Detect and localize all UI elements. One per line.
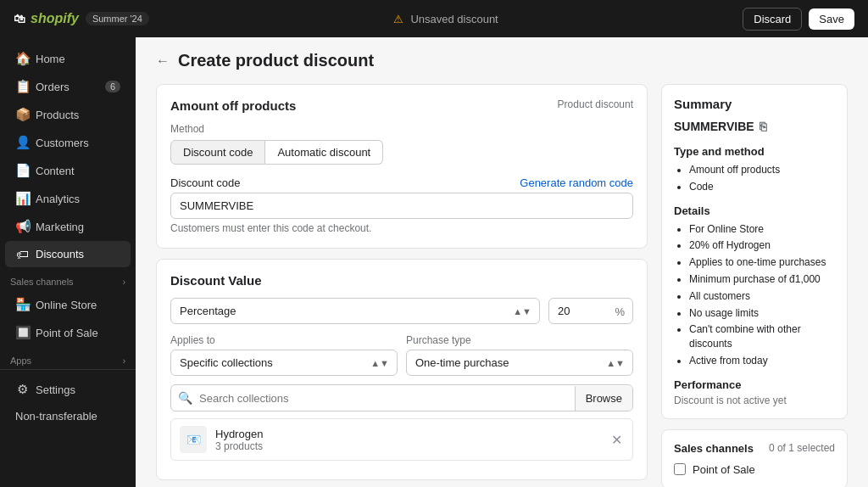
pos-icon: 🔲 xyxy=(15,325,29,340)
summary-card: Summary SUMMERVIBE ⎘ Type and method Amo… xyxy=(661,84,848,419)
sidebar-item-products[interactable]: 📦 Products xyxy=(5,101,131,128)
sales-channels-title: Sales channels xyxy=(674,442,754,455)
topbar: 🛍 shopify Summer '24 ⚠ Unsaved discount … xyxy=(0,0,868,37)
warning-icon: ⚠ xyxy=(393,13,403,25)
amount-off-title: Amount off products Product discount xyxy=(170,98,633,113)
discount-code-input[interactable] xyxy=(170,193,633,219)
sidebar-item-label: Discounts xyxy=(36,248,84,260)
amount-off-card: Amount off products Product discount Met… xyxy=(156,84,648,249)
method-tabs: Discount code Automatic discount xyxy=(170,140,633,165)
orders-badge: 6 xyxy=(105,81,120,92)
marketing-icon: 📢 xyxy=(15,219,29,234)
pos-channel-checkbox[interactable] xyxy=(674,463,686,475)
purchase-type-select[interactable]: One-time purchase Subscription xyxy=(406,350,633,376)
automatic-discount-tab[interactable]: Automatic discount xyxy=(265,140,383,165)
generate-random-code-link[interactable]: Generate random code xyxy=(520,176,633,189)
purchase-type-col: Purchase type One-time purchase Subscrip… xyxy=(406,334,633,376)
summary-title: Summary xyxy=(674,97,835,111)
topbar-right: Discard Save xyxy=(743,8,854,31)
summary-panel: Summary SUMMERVIBE ⎘ Type and method Amo… xyxy=(661,84,848,487)
home-icon: 🏠 xyxy=(15,51,29,66)
applies-to-col: Applies to Specific collections Specific… xyxy=(170,334,398,376)
detail-item: No usage limits xyxy=(689,306,835,321)
sales-channels-section-label: Sales channels › xyxy=(0,268,136,290)
discount-value-row: Percentage Fixed amount ▲▼ % xyxy=(170,298,633,324)
back-button[interactable]: ← xyxy=(156,53,170,69)
copy-icon[interactable]: ⎘ xyxy=(760,120,766,133)
page-header: ← Create product discount xyxy=(156,51,848,70)
discount-code-tab[interactable]: Discount code xyxy=(170,140,265,165)
products-icon: 📦 xyxy=(15,107,29,122)
collection-name: Hydrogen xyxy=(215,428,601,440)
shopify-bag-icon: 🛍 xyxy=(14,12,25,25)
remove-collection-button[interactable]: ✕ xyxy=(609,430,624,450)
sidebar-item-label: Home xyxy=(36,53,65,65)
applies-to-label: Applies to xyxy=(170,334,398,346)
main-content: ← Create product discount Amount off pro… xyxy=(136,37,868,487)
shopify-wordmark: shopify xyxy=(31,11,79,26)
collection-search-input[interactable] xyxy=(199,386,575,411)
sidebar-item-customers[interactable]: 👤 Customers xyxy=(5,129,131,156)
sidebar-item-point-of-sale[interactable]: 🔲 Point of Sale xyxy=(5,319,131,346)
page-title: Create product discount xyxy=(178,51,374,70)
discount-code-field-label: Discount code Generate random code xyxy=(170,176,633,189)
type-method-list: Amount off products Code xyxy=(674,163,835,194)
discount-type-select[interactable]: Percentage Fixed amount xyxy=(170,298,540,324)
type-method-item: Amount off products xyxy=(689,163,835,177)
product-discount-label: Product discount xyxy=(558,98,633,110)
apps-chevron-icon: › xyxy=(123,356,125,366)
sales-channels-header: Sales channels 0 of 1 selected xyxy=(674,442,835,455)
analytics-icon: 📊 xyxy=(15,191,29,206)
percent-suffix: % xyxy=(615,305,625,317)
discounts-icon: 🏷 xyxy=(15,247,29,261)
sidebar-item-label: Orders xyxy=(36,81,70,93)
sidebar-item-label: Content xyxy=(36,165,75,177)
method-label: Method xyxy=(170,123,633,135)
save-button[interactable]: Save xyxy=(809,8,854,30)
collection-search-bar: 🔍 Browse xyxy=(170,384,633,411)
sidebar-item-discounts[interactable]: 🏷 Discounts xyxy=(5,241,131,267)
detail-item: Active from today xyxy=(689,354,835,368)
discount-code-hint: Customers must enter this code at checko… xyxy=(170,222,633,234)
sidebar: 🏠 Home 📋 Orders 6 📦 Products 👤 Customers… xyxy=(0,37,136,487)
detail-item: Minimum purchase of đ1,000 xyxy=(689,272,835,287)
sidebar-item-analytics[interactable]: 📊 Analytics xyxy=(5,185,131,212)
browse-button[interactable]: Browse xyxy=(575,386,632,411)
discount-type-wrapper: Percentage Fixed amount ▲▼ xyxy=(170,298,540,324)
sidebar-item-label: Customers xyxy=(36,137,89,149)
customers-icon: 👤 xyxy=(15,135,29,150)
applies-to-select[interactable]: Specific collections Specific products xyxy=(170,350,398,376)
type-method-item: Code xyxy=(689,180,835,194)
details-title: Details xyxy=(674,204,835,217)
content-icon: 📄 xyxy=(15,163,29,178)
chevron-right-icon: › xyxy=(123,277,125,287)
detail-item: 20% off Hydrogen xyxy=(689,238,835,253)
content-grid: Amount off products Product discount Met… xyxy=(156,84,848,487)
sales-channels-card: Sales channels 0 of 1 selected Point of … xyxy=(661,429,848,487)
performance-title: Performance xyxy=(674,378,835,391)
layout: 🏠 Home 📋 Orders 6 📦 Products 👤 Customers… xyxy=(0,37,868,487)
online-store-icon: 🏪 xyxy=(15,297,29,312)
summary-code: SUMMERVIBE ⎘ xyxy=(674,120,835,133)
applies-to-wrapper: Specific collections Specific products ▲… xyxy=(170,350,398,376)
details-list: For Online Store 20% off Hydrogen Applie… xyxy=(674,222,835,368)
sidebar-item-label: Analytics xyxy=(36,193,80,205)
sidebar-item-label: Point of Sale xyxy=(36,327,98,339)
sidebar-item-non-transferable[interactable]: Non-transferable xyxy=(5,404,131,428)
sidebar-item-online-store[interactable]: 🏪 Online Store xyxy=(5,291,131,318)
topbar-left: 🛍 shopify Summer '24 xyxy=(14,11,149,26)
apps-label: Apps xyxy=(10,355,31,366)
sidebar-item-orders[interactable]: 📋 Orders 6 xyxy=(5,73,131,100)
performance-text: Discount is not active yet xyxy=(674,395,835,406)
unsaved-label: Unsaved discount xyxy=(410,13,498,25)
discard-button[interactable]: Discard xyxy=(743,8,802,31)
sidebar-item-marketing[interactable]: 📢 Marketing xyxy=(5,213,131,240)
sidebar-item-content[interactable]: 📄 Content xyxy=(5,157,131,184)
discount-value-card: Discount Value Percentage Fixed amount ▲… xyxy=(156,259,648,480)
sidebar-item-home[interactable]: 🏠 Home xyxy=(5,45,131,72)
sales-channels-label: Sales channels xyxy=(10,277,74,287)
sidebar-item-settings[interactable]: ⚙ Settings xyxy=(5,376,131,403)
detail-item: Can't combine with other discounts xyxy=(689,322,835,351)
applies-row: Applies to Specific collections Specific… xyxy=(170,334,633,376)
summary-code-text: SUMMERVIBE xyxy=(674,120,754,133)
